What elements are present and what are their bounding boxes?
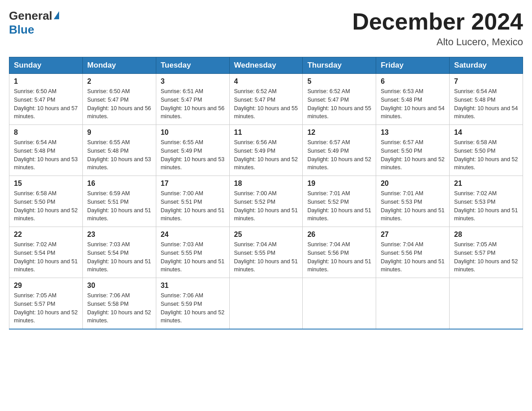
- day-cell: 29Sunrise: 7:05 AMSunset: 5:57 PMDayligh…: [9, 278, 83, 330]
- day-cell: 4Sunrise: 6:52 AMSunset: 5:47 PMDaylight…: [229, 74, 303, 125]
- day-number: 3: [161, 77, 225, 86]
- day-number: 12: [307, 128, 371, 137]
- week-row-2: 8Sunrise: 6:54 AMSunset: 5:48 PMDaylight…: [9, 125, 523, 176]
- day-number: 22: [14, 231, 78, 239]
- day-number: 20: [381, 180, 445, 188]
- day-cell: 17Sunrise: 7:00 AMSunset: 5:51 PMDayligh…: [156, 176, 229, 227]
- day-number: 6: [381, 77, 445, 86]
- day-number: 11: [234, 128, 298, 137]
- day-cell: 13Sunrise: 6:57 AMSunset: 5:50 PMDayligh…: [376, 125, 450, 176]
- day-cell: 8Sunrise: 6:54 AMSunset: 5:48 PMDaylight…: [9, 125, 83, 176]
- calendar-table: SundayMondayTuesdayWednesdayThursdayFrid…: [9, 57, 523, 330]
- page-header: General Blue December 2024 Alto Lucero, …: [9, 9, 523, 48]
- day-number: 1: [14, 77, 78, 86]
- day-cell: 25Sunrise: 7:04 AMSunset: 5:55 PMDayligh…: [229, 227, 303, 278]
- day-number: 4: [234, 77, 298, 86]
- day-cell: 20Sunrise: 7:01 AMSunset: 5:53 PMDayligh…: [376, 176, 450, 227]
- day-number: 30: [87, 282, 151, 290]
- day-number: 29: [14, 282, 78, 290]
- day-number: 28: [454, 231, 518, 239]
- day-cell: 5Sunrise: 6:52 AMSunset: 5:47 PMDaylight…: [303, 74, 376, 125]
- day-cell: 6Sunrise: 6:53 AMSunset: 5:48 PMDaylight…: [376, 74, 450, 125]
- day-info: Sunrise: 7:02 AMSunset: 5:54 PMDaylight:…: [14, 241, 77, 273]
- day-cell: 18Sunrise: 7:00 AMSunset: 5:52 PMDayligh…: [229, 176, 303, 227]
- day-info: Sunrise: 6:55 AMSunset: 5:49 PMDaylight:…: [161, 139, 224, 171]
- day-number: 27: [381, 231, 445, 239]
- day-cell: 19Sunrise: 7:01 AMSunset: 5:52 PMDayligh…: [303, 176, 376, 227]
- logo: General Blue: [9, 9, 59, 37]
- header-friday: Friday: [376, 57, 450, 74]
- day-cell: 14Sunrise: 6:58 AMSunset: 5:50 PMDayligh…: [450, 125, 523, 176]
- day-cell: 2Sunrise: 6:50 AMSunset: 5:47 PMDaylight…: [82, 74, 156, 125]
- day-info: Sunrise: 7:01 AMSunset: 5:53 PMDaylight:…: [381, 190, 444, 222]
- header-wednesday: Wednesday: [229, 57, 303, 74]
- day-cell: 23Sunrise: 7:03 AMSunset: 5:54 PMDayligh…: [82, 227, 156, 278]
- day-info: Sunrise: 6:53 AMSunset: 5:48 PMDaylight:…: [381, 88, 444, 120]
- day-info: Sunrise: 7:00 AMSunset: 5:51 PMDaylight:…: [161, 190, 224, 222]
- day-info: Sunrise: 7:05 AMSunset: 5:57 PMDaylight:…: [454, 241, 518, 273]
- day-info: Sunrise: 6:50 AMSunset: 5:47 PMDaylight:…: [87, 88, 151, 120]
- calendar-title: December 2024: [352, 9, 523, 34]
- day-info: Sunrise: 6:56 AMSunset: 5:49 PMDaylight:…: [234, 139, 298, 171]
- day-number: 25: [234, 231, 298, 239]
- day-number: 18: [234, 180, 298, 188]
- day-number: 13: [381, 128, 445, 137]
- day-cell: [229, 278, 303, 330]
- day-number: 7: [454, 77, 518, 86]
- day-cell: [376, 278, 450, 330]
- day-number: 14: [454, 128, 518, 137]
- day-cell: 26Sunrise: 7:04 AMSunset: 5:56 PMDayligh…: [303, 227, 376, 278]
- day-info: Sunrise: 6:54 AMSunset: 5:48 PMDaylight:…: [14, 139, 77, 171]
- logo-arrow-icon: [54, 11, 59, 19]
- day-number: 26: [307, 231, 371, 239]
- day-number: 15: [14, 180, 78, 188]
- day-number: 21: [454, 180, 518, 188]
- week-row-3: 15Sunrise: 6:58 AMSunset: 5:50 PMDayligh…: [9, 176, 523, 227]
- day-info: Sunrise: 6:52 AMSunset: 5:47 PMDaylight:…: [307, 88, 371, 120]
- day-number: 2: [87, 77, 151, 86]
- day-cell: 31Sunrise: 7:06 AMSunset: 5:59 PMDayligh…: [156, 278, 229, 330]
- day-info: Sunrise: 6:50 AMSunset: 5:47 PMDaylight:…: [14, 88, 77, 120]
- day-number: 19: [307, 180, 371, 188]
- day-info: Sunrise: 6:51 AMSunset: 5:47 PMDaylight:…: [161, 88, 224, 120]
- day-cell: [450, 278, 523, 330]
- calendar-body: 1Sunrise: 6:50 AMSunset: 5:47 PMDaylight…: [9, 74, 523, 330]
- day-number: 31: [161, 282, 225, 290]
- day-info: Sunrise: 7:01 AMSunset: 5:52 PMDaylight:…: [307, 190, 371, 222]
- day-number: 8: [14, 128, 78, 137]
- day-info: Sunrise: 6:52 AMSunset: 5:47 PMDaylight:…: [234, 88, 298, 120]
- day-number: 9: [87, 128, 151, 137]
- day-info: Sunrise: 7:03 AMSunset: 5:55 PMDaylight:…: [161, 241, 224, 273]
- day-info: Sunrise: 7:06 AMSunset: 5:59 PMDaylight:…: [161, 292, 224, 324]
- day-info: Sunrise: 6:54 AMSunset: 5:48 PMDaylight:…: [454, 88, 518, 120]
- day-info: Sunrise: 7:04 AMSunset: 5:55 PMDaylight:…: [234, 241, 298, 273]
- header-sunday: Sunday: [9, 57, 83, 74]
- day-cell: 30Sunrise: 7:06 AMSunset: 5:58 PMDayligh…: [82, 278, 156, 330]
- week-row-5: 29Sunrise: 7:05 AMSunset: 5:57 PMDayligh…: [9, 278, 523, 330]
- header-tuesday: Tuesday: [156, 57, 229, 74]
- header-monday: Monday: [82, 57, 156, 74]
- week-row-1: 1Sunrise: 6:50 AMSunset: 5:47 PMDaylight…: [9, 74, 523, 125]
- header-thursday: Thursday: [303, 57, 376, 74]
- title-block: December 2024 Alto Lucero, Mexico: [352, 9, 523, 48]
- calendar-subtitle: Alto Lucero, Mexico: [352, 36, 523, 48]
- day-cell: 21Sunrise: 7:02 AMSunset: 5:53 PMDayligh…: [450, 176, 523, 227]
- day-cell: 12Sunrise: 6:57 AMSunset: 5:49 PMDayligh…: [303, 125, 376, 176]
- day-cell: 7Sunrise: 6:54 AMSunset: 5:48 PMDaylight…: [450, 74, 523, 125]
- day-info: Sunrise: 6:59 AMSunset: 5:51 PMDaylight:…: [87, 190, 151, 222]
- day-info: Sunrise: 6:57 AMSunset: 5:49 PMDaylight:…: [307, 139, 371, 171]
- logo-general: General: [9, 9, 52, 23]
- week-row-4: 22Sunrise: 7:02 AMSunset: 5:54 PMDayligh…: [9, 227, 523, 278]
- day-cell: 24Sunrise: 7:03 AMSunset: 5:55 PMDayligh…: [156, 227, 229, 278]
- day-cell: [303, 278, 376, 330]
- day-cell: 9Sunrise: 6:55 AMSunset: 5:48 PMDaylight…: [82, 125, 156, 176]
- day-cell: 11Sunrise: 6:56 AMSunset: 5:49 PMDayligh…: [229, 125, 303, 176]
- day-cell: 22Sunrise: 7:02 AMSunset: 5:54 PMDayligh…: [9, 227, 83, 278]
- day-info: Sunrise: 6:55 AMSunset: 5:48 PMDaylight:…: [87, 139, 151, 171]
- day-info: Sunrise: 7:04 AMSunset: 5:56 PMDaylight:…: [307, 241, 371, 273]
- day-info: Sunrise: 7:00 AMSunset: 5:52 PMDaylight:…: [234, 190, 298, 222]
- logo-blue: Blue: [9, 23, 34, 36]
- day-number: 5: [307, 77, 371, 86]
- calendar-header: SundayMondayTuesdayWednesdayThursdayFrid…: [9, 57, 523, 74]
- day-number: 24: [161, 231, 225, 239]
